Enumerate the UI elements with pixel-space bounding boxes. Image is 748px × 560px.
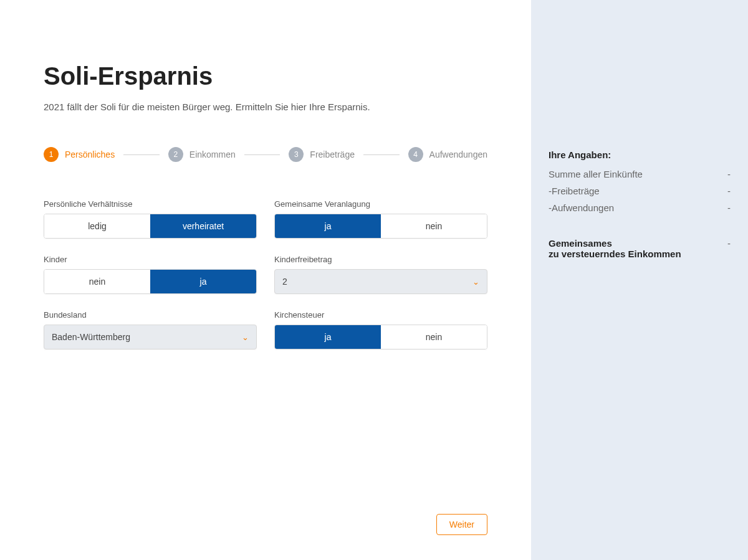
- toggle-ja[interactable]: ja: [150, 270, 256, 293]
- main-panel: Soli-Ersparnis 2021 fällt der Soli für d…: [0, 0, 531, 560]
- toggle-kirchensteuer: ja nein: [274, 325, 487, 349]
- step-aufwendungen[interactable]: 4 Aufwendungen: [408, 147, 487, 162]
- step-number: 4: [408, 147, 423, 162]
- select-value: 2: [282, 277, 472, 287]
- step-divider: [244, 154, 280, 155]
- sidebar-row-value: -: [727, 202, 731, 213]
- toggle-nein[interactable]: nein: [381, 214, 487, 238]
- field-label: Kinderfreibetrag: [274, 255, 487, 264]
- toggle-nein[interactable]: nein: [381, 325, 487, 349]
- step-divider: [363, 154, 400, 155]
- step-label: Persönliches: [65, 149, 115, 159]
- field-kinder: Kinder nein ja: [44, 255, 257, 294]
- toggle-nein[interactable]: nein: [44, 270, 150, 293]
- toggle-veranlagung: ja nein: [274, 214, 487, 239]
- sidebar-total-value: -: [727, 238, 731, 259]
- sidebar-row-value: -: [727, 186, 731, 196]
- sidebar-row-value: -: [727, 169, 731, 179]
- step-divider: [123, 154, 160, 155]
- field-kirchensteuer: Kirchensteuer ja nein: [274, 310, 487, 349]
- page-title: Soli-Ersparnis: [44, 62, 487, 90]
- step-number: 3: [289, 147, 304, 162]
- step-freibetraege[interactable]: 3 Freibeträge: [289, 147, 355, 162]
- select-value: Baden-Württemberg: [52, 332, 242, 342]
- field-label: Kinder: [44, 255, 257, 264]
- select-kinderfreibetrag[interactable]: 2 ⌄: [274, 269, 487, 294]
- field-label: Kirchensteuer: [274, 310, 487, 320]
- page-subtitle: 2021 fällt der Soli für die meisten Bürg…: [44, 102, 487, 112]
- select-bundesland[interactable]: Baden-Württemberg ⌄: [44, 325, 257, 349]
- sidebar-total-row: Gemeinsames zu versteuerndes Einkommen -: [549, 238, 731, 259]
- toggle-kinder: nein ja: [44, 269, 257, 294]
- summary-sidebar: Ihre Angaben: Summe aller Einkünfte - -F…: [531, 0, 748, 560]
- sidebar-total-label-2: zu versteuerndes Einkommen: [549, 249, 681, 259]
- chevron-down-icon: ⌄: [472, 277, 479, 287]
- toggle-ledig[interactable]: ledig: [44, 214, 150, 238]
- step-label: Aufwendungen: [429, 149, 487, 159]
- sidebar-heading: Ihre Angaben:: [549, 149, 731, 160]
- toggle-verhaeltnisse: ledig verheiratet: [44, 214, 257, 239]
- field-kinderfreibetrag: Kinderfreibetrag 2 ⌄: [274, 255, 487, 294]
- sidebar-row-freibetraege: -Freibeträge -: [549, 186, 731, 196]
- field-bundesland: Bundesland Baden-Württemberg ⌄: [44, 310, 257, 349]
- form-grid: Persönliche Verhältnisse ledig verheirat…: [44, 199, 487, 349]
- stepper: 1 Persönliches 2 Einkommen 3 Freibeträge…: [44, 147, 487, 162]
- field-label: Persönliche Verhältnisse: [44, 199, 257, 209]
- sidebar-total-label-1: Gemeinsames: [549, 238, 681, 249]
- step-label: Freibeträge: [310, 149, 355, 159]
- sidebar-row-label: -Freibeträge: [549, 186, 600, 196]
- sidebar-row-label: Summe aller Einkünfte: [549, 169, 643, 179]
- chevron-down-icon: ⌄: [242, 333, 249, 342]
- toggle-ja[interactable]: ja: [275, 214, 381, 238]
- toggle-verheiratet[interactable]: verheiratet: [150, 214, 256, 238]
- field-label: Gemeinsame Veranlagung: [274, 199, 487, 209]
- sidebar-row-einkuenfte: Summe aller Einkünfte -: [549, 169, 731, 179]
- sidebar-row-aufwendungen: -Aufwendungen -: [549, 202, 731, 213]
- step-label: Einkommen: [189, 149, 236, 159]
- sidebar-row-label: -Aufwendungen: [549, 202, 614, 213]
- next-button[interactable]: Weiter: [436, 514, 487, 535]
- field-label: Bundesland: [44, 310, 257, 320]
- field-verhaeltnisse: Persönliche Verhältnisse ledig verheirat…: [44, 199, 257, 239]
- step-number: 1: [44, 147, 59, 162]
- footer: Weiter: [44, 514, 487, 535]
- step-einkommen[interactable]: 2 Einkommen: [168, 147, 236, 162]
- step-number: 2: [168, 147, 183, 162]
- toggle-ja[interactable]: ja: [275, 325, 381, 349]
- field-veranlagung: Gemeinsame Veranlagung ja nein: [274, 199, 487, 239]
- step-persoenliches[interactable]: 1 Persönliches: [44, 147, 115, 162]
